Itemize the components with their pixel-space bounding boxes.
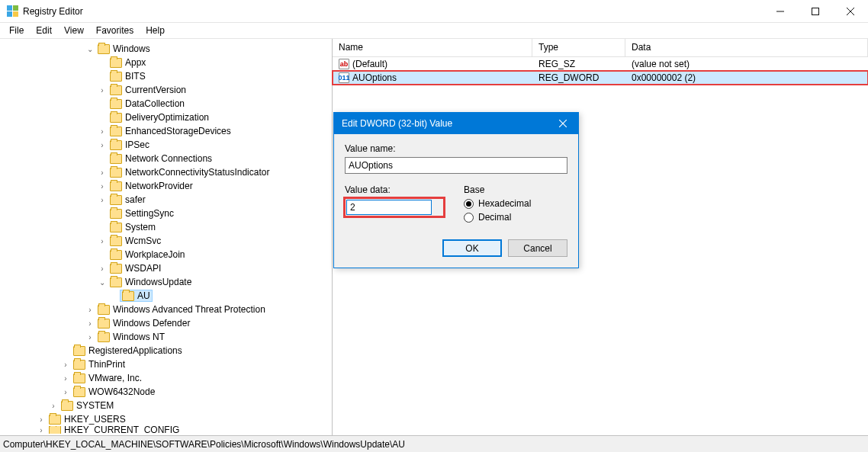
value-data-highlight xyxy=(345,198,444,216)
tree-item-label: Network Connections xyxy=(125,153,212,164)
blank-icon xyxy=(98,154,107,163)
chevron-right-icon[interactable]: › xyxy=(85,332,95,341)
col-name[interactable]: Name xyxy=(333,39,532,56)
tree-item-workplacejoin[interactable]: WorkplaceJoin xyxy=(0,248,332,261)
value-row-auoptions[interactable]: 011AUOptionsREG_DWORD0x00000002 (2) xyxy=(333,71,868,85)
close-button[interactable] xyxy=(833,0,868,22)
dialog-titlebar[interactable]: Edit DWORD (32-bit) Value xyxy=(334,113,578,134)
tree-item-label: WindowsUpdate xyxy=(125,277,191,287)
ok-button[interactable]: OK xyxy=(442,239,502,257)
dialog-close-button[interactable] xyxy=(548,113,578,134)
tree-item-windowsupdate[interactable]: ⌄WindowsUpdate xyxy=(0,275,332,289)
tree-item-registeredapplications[interactable]: RegisteredApplications xyxy=(0,344,332,357)
base-label: Base xyxy=(464,184,567,195)
tree-item-label: HKEY_CURRENT_CONFIG xyxy=(64,426,179,434)
tree-item-network-connections[interactable]: Network Connections xyxy=(0,152,332,165)
chevron-right-icon[interactable]: › xyxy=(85,305,95,314)
chevron-right-icon[interactable]: › xyxy=(85,319,95,328)
tree-item-safer[interactable]: ›safer xyxy=(0,193,332,207)
tree-item-vmware-inc-[interactable]: ›VMware, Inc. xyxy=(0,371,332,385)
tree-item-label: Windows xyxy=(113,43,150,54)
radio-hex[interactable]: Hexadecimal xyxy=(464,198,567,209)
chevron-right-icon[interactable]: › xyxy=(98,140,107,149)
chevron-right-icon[interactable]: › xyxy=(98,236,107,245)
chevron-right-icon[interactable]: › xyxy=(37,415,46,424)
tree-item-label: SYSTEM xyxy=(76,400,114,411)
tree-item-label: HKEY_USERS xyxy=(64,414,126,425)
tree-item-thinprint[interactable]: ›ThinPrint xyxy=(0,357,332,371)
tree-item-wcmsvc[interactable]: ›WcmSvc xyxy=(0,234,332,248)
value-row--default-[interactable]: ab(Default)REG_SZ(value not set) xyxy=(333,57,868,71)
tree-item-hkey-current-config[interactable]: ›HKEY_CURRENT_CONFIG xyxy=(0,426,332,434)
chevron-down-icon[interactable]: ⌄ xyxy=(98,277,107,287)
tree-item-bits[interactable]: BITS xyxy=(0,69,332,83)
menu-view[interactable]: View xyxy=(58,24,90,37)
tree-item-system[interactable]: System xyxy=(0,220,332,234)
blank-icon xyxy=(98,99,107,108)
tree-item-networkprovider[interactable]: ›NetworkProvider xyxy=(0,179,332,193)
tree-pane[interactable]: ⌄WindowsAppxBITS›CurrentVersionDataColle… xyxy=(0,39,333,435)
list-header: Name Type Data xyxy=(333,39,868,57)
folder-icon xyxy=(110,195,122,205)
folder-icon xyxy=(110,140,122,150)
chevron-right-icon[interactable]: › xyxy=(37,426,46,434)
tree-item-currentversion[interactable]: ›CurrentVersion xyxy=(0,83,332,97)
maximize-button[interactable] xyxy=(798,0,833,22)
tree-item-enhancedstoragedevices[interactable]: ›EnhancedStorageDevices xyxy=(0,124,332,138)
tree-item-label: WOW6432Node xyxy=(88,386,155,397)
tree-item-datacollection[interactable]: DataCollection xyxy=(0,97,332,111)
tree-item-hkey-users[interactable]: ›HKEY_USERS xyxy=(0,412,332,426)
tree-item-label: System xyxy=(125,222,156,232)
folder-icon xyxy=(98,332,110,342)
chevron-right-icon[interactable]: › xyxy=(49,401,58,410)
chevron-right-icon[interactable]: › xyxy=(61,387,70,396)
tree-item-wsdapi[interactable]: ›WSDAPI xyxy=(0,261,332,275)
tree-item-deliveryoptimization[interactable]: DeliveryOptimization xyxy=(0,111,332,124)
chevron-right-icon[interactable]: › xyxy=(98,168,107,177)
folder-icon xyxy=(110,168,122,178)
tree-item-windows-defender[interactable]: ›Windows Defender xyxy=(0,316,332,330)
chevron-right-icon[interactable]: › xyxy=(98,195,107,204)
tree-item-label: safer xyxy=(125,194,146,205)
chevron-right-icon[interactable]: › xyxy=(61,360,70,369)
tree-item-label: WcmSvc xyxy=(125,236,161,246)
chevron-right-icon[interactable]: › xyxy=(98,264,107,273)
menu-help[interactable]: Help xyxy=(140,24,171,37)
tree-item-networkconnectivitystatusindicator[interactable]: ›NetworkConnectivityStatusIndicator xyxy=(0,165,332,179)
tree-item-system[interactable]: ›SYSTEM xyxy=(0,399,332,412)
tree-item-label: CurrentVersion xyxy=(125,85,186,95)
folder-icon xyxy=(110,236,122,246)
tree-item-windows-advanced-threat-protection[interactable]: ›Windows Advanced Threat Protection xyxy=(0,303,332,316)
folder-icon xyxy=(98,319,110,329)
menu-edit[interactable]: Edit xyxy=(30,24,58,37)
radio-hex-indicator xyxy=(464,199,474,209)
tree-item-settingsync[interactable]: SettingSync xyxy=(0,207,332,220)
chevron-right-icon[interactable]: › xyxy=(61,373,70,383)
menu-file[interactable]: File xyxy=(3,24,30,37)
svg-rect-0 xyxy=(812,8,819,14)
chevron-right-icon[interactable]: › xyxy=(98,181,107,191)
folder-icon xyxy=(110,154,122,164)
tree-item-windows-nt[interactable]: ›Windows NT xyxy=(0,330,332,344)
radio-dec[interactable]: Decimal xyxy=(464,212,567,223)
folder-icon xyxy=(49,426,61,434)
tree-item-label: SettingSync xyxy=(125,208,174,219)
tree-item-label: Appx xyxy=(125,57,146,68)
tree-item-au[interactable]: AU xyxy=(0,289,332,303)
blank-icon xyxy=(98,223,107,232)
tree-item-appx[interactable]: Appx xyxy=(0,56,332,69)
folder-icon xyxy=(110,181,122,191)
value-name-field[interactable] xyxy=(345,157,567,174)
tree-item-windows[interactable]: ⌄Windows xyxy=(0,42,332,56)
col-data[interactable]: Data xyxy=(625,39,868,56)
minimize-button[interactable] xyxy=(763,0,798,22)
tree-item-wow6432node[interactable]: ›WOW6432Node xyxy=(0,385,332,399)
cancel-button[interactable]: Cancel xyxy=(508,239,567,257)
chevron-down-icon[interactable]: ⌄ xyxy=(85,44,95,53)
col-type[interactable]: Type xyxy=(532,39,625,56)
value-data-field[interactable] xyxy=(346,200,432,215)
chevron-right-icon[interactable]: › xyxy=(98,85,107,95)
chevron-right-icon[interactable]: › xyxy=(98,127,107,136)
tree-item-ipsec[interactable]: ›IPSec xyxy=(0,138,332,152)
menu-favorites[interactable]: Favorites xyxy=(90,24,140,37)
